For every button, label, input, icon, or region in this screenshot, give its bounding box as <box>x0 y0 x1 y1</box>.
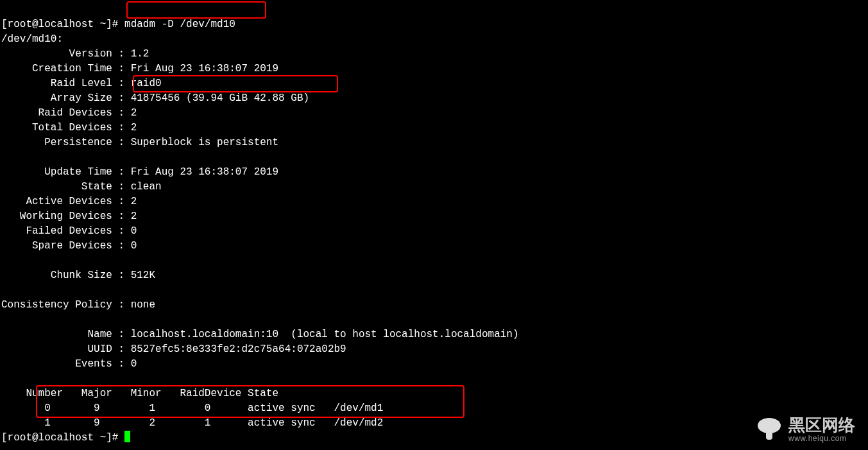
watermark-url: www.heiqu.com <box>788 435 855 443</box>
prompt-prefix: [root@localhost ~]# <box>1 19 124 30</box>
mushroom-icon <box>755 415 783 444</box>
svg-rect-1 <box>766 429 772 440</box>
detail-fields: Version : 1.2 Creation Time : Fri Aug 23… <box>1 47 867 372</box>
terminal-output[interactable]: [root@localhost ~]# mdadm -D /dev/md10 /… <box>0 0 868 450</box>
highlight-command <box>126 1 266 19</box>
command-text: mdadm -D /dev/md10 <box>124 19 235 30</box>
prompt-line-1: [root@localhost ~]# mdadm -D /dev/md10 <box>1 19 235 30</box>
cursor-icon <box>124 431 130 442</box>
device-line: /dev/md10: <box>1 33 63 45</box>
device-table-rows: 0 9 1 0 active sync /dev/md1 1 9 2 1 act… <box>1 401 867 431</box>
prompt-prefix: [root@localhost ~]# <box>1 432 124 444</box>
prompt-line-2[interactable]: [root@localhost ~]# <box>1 432 130 444</box>
watermark-title: 黑区网络 <box>788 416 855 435</box>
watermark: 黑区网络 www.heiqu.com <box>755 415 855 444</box>
table-header: Number Major Minor RaidDevice State <box>1 388 278 399</box>
